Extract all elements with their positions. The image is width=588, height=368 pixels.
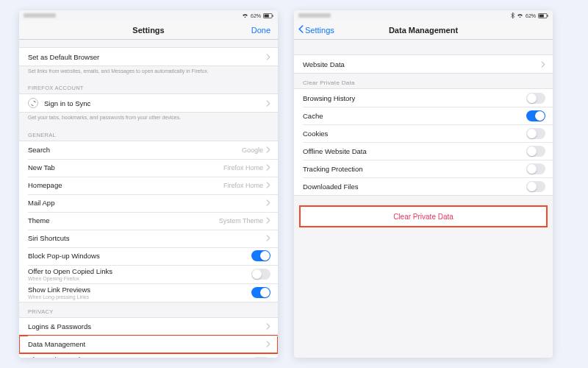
close-private-tabs-row: Close Private Tabs When Leaving Private …	[19, 353, 278, 358]
offline-data-row: Offline Website Data	[294, 142, 553, 160]
logins-passwords-row[interactable]: Logins & Passwords	[19, 318, 278, 336]
section-clear-private-data: Clear Private Data	[294, 74, 553, 88]
back-button[interactable]: Settings	[298, 21, 334, 39]
block-popups-row: Block Pop-up Windows	[19, 247, 278, 265]
nav-bar: Settings Data Management	[294, 21, 553, 40]
browsing-history-row: Browsing History	[294, 89, 553, 107]
settings-screen: 62% Settings Done Set as Default Browser…	[19, 10, 278, 358]
chevron-right-icon	[541, 61, 545, 68]
chevron-right-icon	[266, 54, 270, 60]
chevron-right-icon	[266, 217, 270, 224]
close-private-tabs-toggle[interactable]	[251, 357, 270, 358]
wifi-icon	[242, 13, 248, 18]
data-management-row[interactable]: Data Management	[19, 336, 278, 353]
cache-toggle[interactable]	[526, 110, 545, 121]
section-general: GENERAL	[19, 126, 278, 141]
sign-in-sync-row[interactable]: Sign in to Sync	[19, 94, 278, 112]
tracking-protection-toggle[interactable]	[526, 163, 545, 174]
wifi-icon	[517, 13, 523, 18]
new-tab-row[interactable]: New Tab Firefox Home	[19, 159, 278, 177]
block-popups-toggle[interactable]	[251, 250, 270, 261]
website-data-row[interactable]: Website Data	[294, 55, 553, 73]
page-title: Data Management	[389, 26, 458, 35]
sync-icon	[28, 98, 38, 108]
link-previews-toggle[interactable]	[251, 287, 270, 298]
battery-percent: 62%	[526, 13, 536, 18]
chevron-right-icon	[266, 235, 270, 241]
search-value: Google	[242, 146, 263, 154]
offer-copied-row: Offer to Open Copied Links When Opening …	[19, 265, 278, 283]
battery-icon	[263, 13, 273, 18]
done-button[interactable]: Done	[251, 21, 270, 39]
battery-icon	[538, 13, 548, 18]
downloaded-files-toggle[interactable]	[526, 181, 545, 192]
chevron-right-icon	[266, 164, 270, 171]
svg-rect-4	[539, 14, 544, 17]
search-row[interactable]: Search Google	[19, 141, 278, 159]
offline-data-toggle[interactable]	[526, 146, 545, 157]
clear-private-data-button[interactable]: Clear Private Data	[300, 206, 547, 227]
siri-shortcuts-row[interactable]: Siri Shortcuts	[19, 230, 278, 247]
chevron-right-icon	[266, 199, 270, 206]
page-title: Settings	[132, 26, 164, 35]
svg-rect-1	[265, 14, 269, 17]
status-bar: 62%	[19, 10, 278, 21]
theme-row[interactable]: Theme System Theme	[19, 212, 278, 230]
offer-copied-toggle[interactable]	[251, 269, 270, 280]
chevron-left-icon	[298, 25, 304, 35]
set-default-browser-row[interactable]: Set as Default Browser	[19, 48, 278, 66]
nav-bar: Settings Done	[19, 21, 278, 40]
chevron-right-icon	[266, 182, 270, 188]
svg-rect-2	[272, 15, 273, 16]
cache-row: Cache	[294, 107, 553, 124]
status-bar: 62%	[294, 10, 553, 21]
default-browser-footer: Set links from websites, emails, and Mes…	[19, 66, 278, 79]
cookies-row: Cookies	[294, 124, 553, 142]
homepage-row[interactable]: Homepage Firefox Home	[19, 177, 278, 194]
mail-app-row[interactable]: Mail App	[19, 194, 278, 212]
section-firefox-account: FIREFOX ACCOUNT	[19, 79, 278, 93]
downloaded-files-row: Downloaded Files	[294, 177, 553, 195]
cookies-toggle[interactable]	[526, 128, 545, 139]
link-previews-row: Show Link Previews When Long-pressing Li…	[19, 283, 278, 302]
browsing-history-toggle[interactable]	[526, 93, 545, 104]
tracking-protection-row: Tracking Protection	[294, 160, 553, 177]
data-management-screen: 62% Settings Data Management Website Dat…	[294, 10, 553, 358]
sync-footer: Get your tabs, bookmarks, and passwords …	[19, 113, 278, 125]
svg-rect-5	[547, 15, 548, 16]
chevron-right-icon	[266, 341, 270, 347]
battery-percent: 62%	[251, 13, 261, 18]
chevron-right-icon	[266, 323, 270, 330]
chevron-right-icon	[266, 146, 270, 153]
section-privacy: PRIVACY	[19, 302, 278, 317]
chevron-right-icon	[266, 100, 270, 107]
bluetooth-icon	[511, 13, 514, 18]
